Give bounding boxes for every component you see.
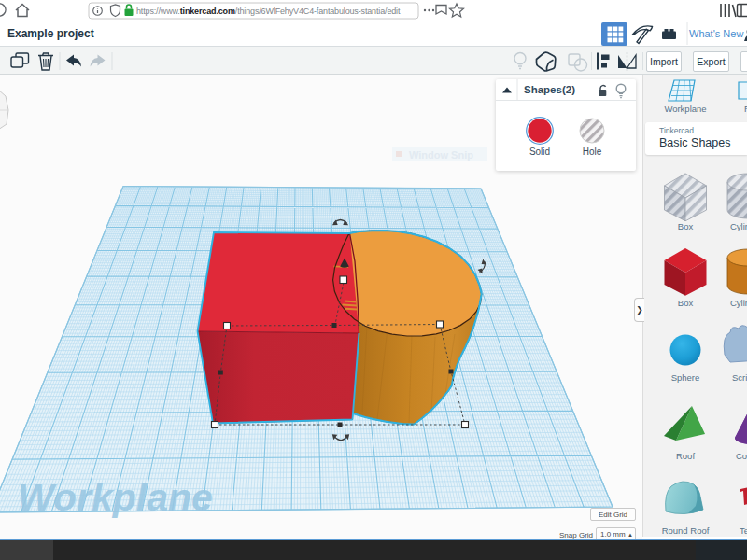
svg-text:Roof: Roof [676, 451, 695, 461]
svg-text:Box: Box [678, 221, 694, 231]
svg-text:Workplane: Workplane [18, 476, 213, 519]
svg-text:Cylin: Cylin [730, 298, 747, 308]
svg-text:Scrib: Scrib [732, 372, 747, 383]
svg-text:Te: Te [740, 525, 747, 536]
svg-text:Window Snip: Window Snip [409, 149, 473, 161]
svg-text:Co: Co [736, 451, 747, 461]
svg-text:Workplane: Workplane [664, 104, 706, 114]
svg-text:Sphere: Sphere [671, 372, 700, 383]
svg-text:Cylin: Cylin [730, 221, 747, 231]
svg-text:Box: Box [678, 298, 694, 308]
svg-text:Round Roof: Round Roof [662, 525, 710, 536]
